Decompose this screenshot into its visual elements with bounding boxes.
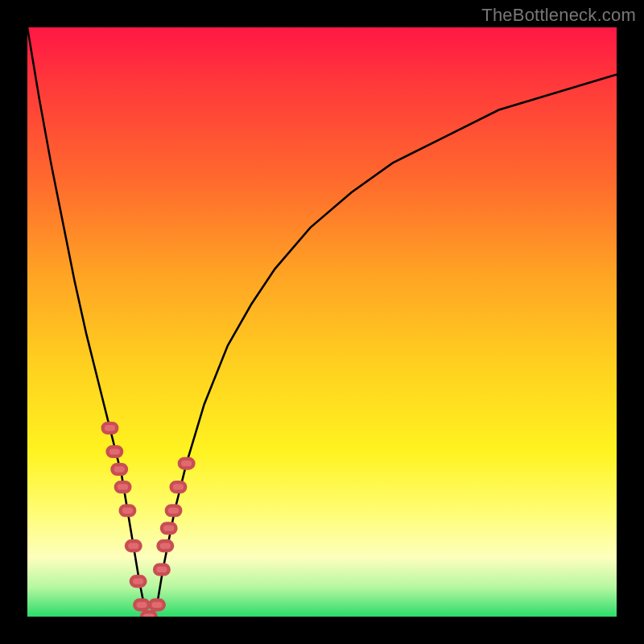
curve-marker bbox=[112, 464, 126, 474]
plot-area bbox=[27, 27, 617, 617]
curve-marker bbox=[142, 612, 156, 617]
curve-marker bbox=[131, 576, 146, 586]
curve-layer bbox=[27, 27, 617, 617]
curve-marker bbox=[162, 523, 176, 533]
curve-marker bbox=[150, 601, 164, 610]
curve-marker bbox=[155, 565, 169, 575]
watermark-text: TheBottleneck.com bbox=[481, 5, 636, 26]
chart-frame: TheBottleneck.com bbox=[0, 0, 644, 644]
curve-marker bbox=[134, 601, 149, 610]
curve-marker bbox=[103, 423, 118, 433]
curve-marker bbox=[116, 482, 130, 492]
curve-marker bbox=[108, 447, 122, 456]
curve-marker bbox=[180, 459, 194, 469]
curve-marker bbox=[159, 541, 173, 551]
bottleneck-curve bbox=[27, 27, 617, 617]
curve-marker bbox=[126, 541, 141, 551]
curve-marker bbox=[167, 506, 181, 515]
marker-group bbox=[103, 423, 194, 617]
curve-marker bbox=[171, 482, 186, 492]
curve-marker bbox=[121, 506, 135, 515]
